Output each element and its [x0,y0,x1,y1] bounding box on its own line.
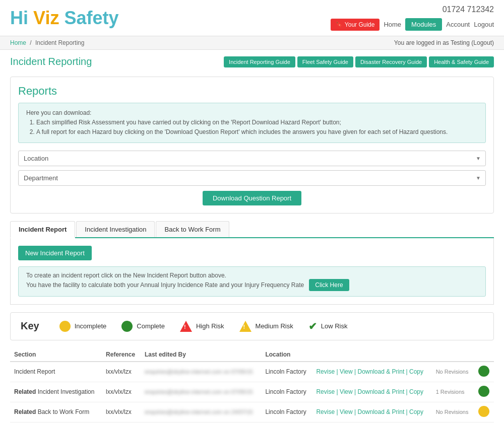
reports-title: Reports [18,85,486,98]
incident-info-text2: You have the facility to calculate both … [26,279,349,291]
reports-section: Reports Here you can download: Each simp… [10,77,494,214]
table-row: Incident Report lxx/vlx/lzx enquiries@sk… [10,362,494,382]
incident-info-text1: To create an incident report click on th… [26,272,349,279]
fleet-safety-guide-btn[interactable]: Fleet Safety Guide [297,56,353,67]
row3-status-icon [478,406,489,417]
logout-nav-link[interactable]: Logout [474,21,494,28]
col-reference: Reference [102,348,141,362]
row3-view[interactable]: View [340,408,353,415]
nav: Your Guide Home Modules Account Logout [331,18,494,31]
phone-number: 01724 712342 [331,5,494,14]
incident-info-box-content: To create an incident report click on th… [26,272,349,291]
row2-copy[interactable]: Copy [409,388,423,395]
breadcrumb-separator: / [30,39,33,46]
tab-incident-investigation[interactable]: Incident Investigation [76,221,155,237]
row2-related-label: Related [14,388,36,395]
row2-download[interactable]: Download & Print [358,388,405,395]
logo: Hi Viz Safety [10,8,118,29]
row1-last-edited: enquiries@skyline-internet.com on 07/05/… [141,362,262,382]
row3-copy[interactable]: Copy [409,408,423,415]
click-here-btn[interactable]: Click Here [309,279,349,291]
row2-view[interactable]: View [340,388,353,395]
logo-viz: Viz [33,8,59,28]
row2-revisions: 1 Revisions [432,382,474,402]
breadcrumb: Home / Incident Reporting You are logged… [0,36,504,50]
tab-incident-report[interactable]: Incident Report [10,221,75,238]
row1-reference: lxx/vlx/lzx [102,362,141,382]
new-incident-report-btn[interactable]: New Incident Report [18,246,92,260]
row1-action-links[interactable]: Revise | View | Download & Print | Copy [316,368,423,375]
row3-related-label: Related [14,408,36,415]
breadcrumb-home[interactable]: Home [10,39,26,46]
key-section: Key Incomplete Complete High Risk Medium… [10,312,494,340]
download-btn-row: Download Question Report [18,191,486,205]
col-status [474,348,494,362]
complete-label: Complete [137,322,165,330]
row1-copy[interactable]: Copy [409,368,423,375]
row1-view[interactable]: View [340,368,353,375]
col-last-edited: Last edited By [141,348,262,362]
row3-section-rest: Back to Work Form [36,408,89,415]
logo-hi: Hi [10,8,28,28]
row2-revise[interactable]: Revise [316,388,335,395]
reports-info-item2: A full report for each Hazard buy clicki… [36,127,478,137]
key-item-low-risk: ✔ Low Risk [308,320,348,332]
header-right: 01724 712342 Your Guide Home Modules Acc… [331,5,494,31]
home-nav-link[interactable]: Home [384,21,401,28]
department-select[interactable]: Department [18,170,486,186]
row1-status [474,362,494,382]
row3-actions: Revise | View | Download & Print | Copy [312,402,431,422]
page-title: Incident Reporting [10,56,92,67]
complete-icon [121,321,133,332]
row2-location: Lincoln Factory [261,382,312,402]
row3-download[interactable]: Download & Print [358,408,405,415]
breadcrumb-path: Home / Incident Reporting [10,39,84,46]
account-nav-link[interactable]: Account [446,21,470,28]
row2-status-icon [478,386,489,397]
modules-button[interactable]: Modules [405,18,442,31]
high-risk-label: High Risk [196,322,224,330]
page-header: Incident Reporting Incident Reporting Gu… [0,50,504,72]
row2-status [474,382,494,402]
tab-content: New Incident Report To create an inciden… [10,238,494,305]
health-safety-guide-btn[interactable]: Health & Safety Guide [429,56,494,67]
download-question-report-btn[interactable]: Download Question Report [203,191,301,205]
row1-location: Lincoln Factory [261,362,312,382]
incident-reporting-guide-btn[interactable]: Incident Reporting Guide [224,56,295,67]
location-select[interactable]: Location [18,151,486,166]
col-location: Location [261,348,312,362]
logged-in-status: You are logged in as Testing (Logout) [394,39,494,46]
tabs-section: Incident Report Incident Investigation B… [10,221,494,238]
medium-risk-icon [239,321,251,332]
row1-revise[interactable]: Revise [316,368,335,375]
row3-action-links[interactable]: Revise | View | Download & Print | Copy [316,408,423,415]
row1-download[interactable]: Download & Print [358,368,405,375]
reports-info-item1: Each simplified Risk Assessment you have… [36,118,478,127]
table-row: Related Incident Investigation lxx/vlx/l… [10,382,494,402]
location-dropdown-wrapper: Location [18,151,486,166]
row2-last-edited: enquiries@skyline-internet.com on 07/05/… [141,382,262,402]
header: Hi Viz Safety 01724 712342 Your Guide Ho… [0,0,504,36]
low-risk-label: Low Risk [321,322,348,330]
col-actions [312,348,431,362]
row2-section: Related Incident Investigation [10,382,102,402]
incident-info-box: To create an incident report click on th… [18,266,486,297]
col-revisions [432,348,474,362]
row3-location: Lincoln Factory [261,402,312,422]
row2-section-rest: Incident Investigation [36,388,94,395]
row2-action-links[interactable]: Revise | View | Download & Print | Copy [316,388,423,395]
row3-status [474,402,494,422]
key-item-complete: Complete [121,321,165,332]
breadcrumb-current: Incident Reporting [35,39,84,46]
row3-revise[interactable]: Revise [316,408,335,415]
medium-risk-label: Medium Risk [256,322,293,330]
row3-reference: lxx/vlx/lzx [102,402,141,422]
department-dropdown-wrapper: Department [18,170,486,186]
logo-safety: Safety [64,8,118,28]
department-dropdown-row: Department [18,170,486,186]
your-guide-button[interactable]: Your Guide [331,19,380,31]
tab-back-to-work-form[interactable]: Back to Work Form [156,221,229,237]
disaster-recovery-guide-btn[interactable]: Disaster Recovery Guide [355,56,427,67]
incidents-table: Section Reference Last edited By Locatio… [10,348,494,422]
incomplete-icon [59,321,71,332]
